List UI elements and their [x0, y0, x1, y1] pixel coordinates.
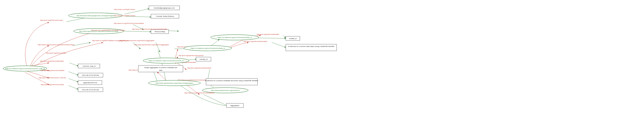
aggregation-rect-label: Aggregation	[230, 104, 239, 106]
scidata-id-node-label: https://cn.dataone.org/cn/v1/resolve/sci…	[191, 47, 225, 49]
edge-mod-rect	[68, 72, 78, 75]
purl-identifier-left-label: http://purl.org/dc/terms#identifier	[40, 60, 64, 62]
edge-id3-rect	[283, 35, 286, 38]
graph-svg: https://cn.dataone.org/cn/v1/resolve/res…	[0, 0, 644, 137]
edge-aggid-agg1	[133, 42, 140, 49]
purl-desc2-text: http://purl.org/dc/terms#description	[244, 40, 267, 42]
scidata-id-node2-label: https://cn.dataone.org/cn/v1/resolve/sci…	[218, 36, 252, 38]
edge-desc2-ref	[272, 42, 286, 47]
purl-id3-text: http://purl.org/dc/terms#identifier	[257, 34, 279, 35]
v3org-type-resmap-text: http://www.v3.org/1999/02/22-rdf-syntax-…	[91, 29, 124, 31]
scidata-doc-ref-line1: A reference to a science data object usi…	[288, 46, 334, 47]
edge-definedby-ore	[168, 31, 178, 31]
edge-id-rect	[70, 63, 78, 66]
resource-map-id-label: https://cn.dataone.org/cn/v1/resolve/res…	[5, 68, 45, 70]
edge-describes-aggnode	[73, 42, 90, 46]
edge-home-label: http://xmlns.com/foaf/0.1/home	[114, 15, 136, 16]
edge-fmt-rect	[68, 78, 78, 82]
scimeta-doc-ref-label1: A reference to a science metadata docume…	[205, 80, 258, 82]
v3org-definedby1-text: http://www.v3.org/2001/01rdf-schema#isDe…	[132, 28, 167, 30]
simple-agg-label2: data	[159, 69, 162, 71]
created-label: 2011-08-12T12:55:16Z	[82, 89, 99, 91]
ore-aggregates-upper-text: http://www.openarchives.org/ore/terms/ag…	[134, 44, 169, 46]
edge-label-agg	[204, 94, 228, 106]
scimeta-id-rect-label: scimeta_id	[200, 58, 208, 60]
aggregation-main-label: http://www.openarchives.org/ore/terms/Ag…	[156, 82, 193, 84]
format-label: application/rdf+xml	[83, 82, 97, 84]
scidata-doc-ref-rect	[286, 44, 337, 51]
purl-format-label: http://purl.org/dc/elements/1.1/format	[39, 77, 66, 79]
purl-creator-label: http://purl.org/dc/terms#creator	[40, 19, 63, 21]
v3org-label2-text: http://www.v3.org/2001/01rdf-schema#labe…	[184, 92, 214, 94]
scimeta-id-node-label: https://cn.dataone.org/cn/v1/resolve/sci…	[149, 60, 184, 62]
edge-resmap-rect	[124, 31, 151, 32]
purl-describes-label: http://www.openarchives.org/ore/terms#de…	[38, 44, 74, 46]
v3org-title-text: http://www.openarchives.org/ore/terms/ag…	[120, 40, 154, 42]
edge-inbox-label: http://xmlns.com/foaf/0.1/inbox	[114, 8, 135, 10]
ore-terms-label: http://www.openarchives.org/ore/terms/	[211, 90, 240, 91]
modified-label: 2011-08-12T12:55:16Z	[82, 74, 99, 76]
purl-desc-text: http://purl.org/dc/terms#description	[187, 67, 211, 69]
purl-docs-text: http://purl.org/spar/cito.isDocuments	[178, 54, 204, 56]
resource-map-rect-label: resource_map_id	[83, 65, 96, 67]
edge-aggmain-rect	[178, 84, 228, 106]
purl-modified-label: http://purl.org/dc/terms#modified	[40, 70, 64, 72]
v3org-label1-text: http://www.v3.org/2001/01rdf-schema#labe…	[114, 22, 144, 24]
scimeta-doc-ref-rect	[206, 78, 258, 85]
edge-resource-aggid	[32, 42, 103, 68]
purl-created-label: http://purl.org/dc/terms#created	[41, 84, 64, 86]
foresite-toolkit-label: http://foresite-toolkit.googlecode.com/#…	[77, 15, 115, 16]
foresite-groups-label: foresite@googlegroups.com	[154, 7, 175, 9]
foresite-toolkit-rect-label: Foresite Toolkit (Python)	[156, 15, 174, 17]
resourcemap-rect-label: ResourceMap	[155, 31, 165, 32]
edge-created-rect	[68, 86, 78, 89]
scidata-id-rect-label: scidata_id	[289, 38, 296, 40]
purl-title-label: http://purl.org/dc/terms#title	[46, 52, 66, 54]
simple-agg-label1: Simple aggregation of science metadata a…	[144, 67, 177, 68]
